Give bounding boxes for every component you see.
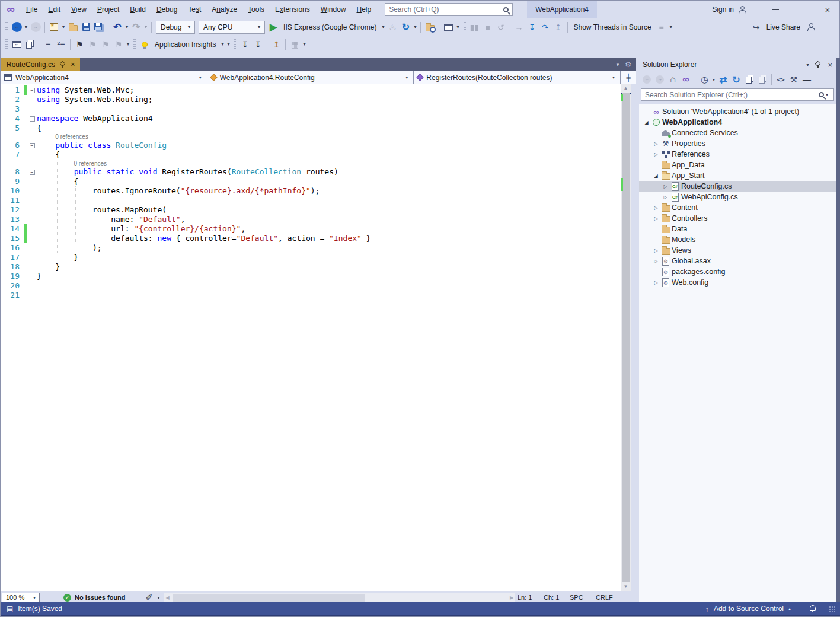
filter-caret[interactable]: ▾ bbox=[711, 77, 717, 82]
start-debugging-icon[interactable]: ▶ bbox=[267, 20, 280, 34]
code-line[interactable]: 11 bbox=[1, 196, 621, 205]
step-out-icon[interactable]: ↥ bbox=[552, 20, 565, 34]
tree-item-solution-webapplication4-1-of-1-project-[interactable]: ∞ Solution 'WebApplication4' (1 of 1 pro… bbox=[639, 106, 836, 117]
notifications-bell-icon[interactable] bbox=[809, 605, 816, 612]
se-search-caret[interactable]: ▾ bbox=[824, 92, 830, 97]
previous-bookmark-icon[interactable]: ⚑ bbox=[86, 37, 99, 52]
browser-link-icon[interactable] bbox=[442, 20, 455, 34]
restart-caret[interactable]: ▾ bbox=[412, 24, 418, 30]
toggle-bookmark-icon[interactable]: ⚑ bbox=[73, 37, 86, 52]
add-to-source-control-icon[interactable]: ↧ bbox=[238, 37, 251, 52]
tree-item-packages-config[interactable]: packages.config bbox=[639, 266, 836, 277]
minimize-button[interactable] bbox=[762, 1, 788, 18]
se-forward-icon[interactable]: → bbox=[653, 72, 666, 87]
add-to-source-control-button[interactable]: Add to Source Control bbox=[714, 605, 784, 613]
toolbar-overflow-caret[interactable]: ▾ bbox=[668, 24, 674, 30]
show-threads-in-source-label[interactable]: Show Threads in Source bbox=[570, 23, 655, 31]
pending-changes-filter-icon[interactable]: ◷ bbox=[698, 72, 711, 87]
menu-project[interactable]: Project bbox=[92, 3, 124, 16]
close-tab-icon[interactable]: × bbox=[71, 60, 75, 69]
solution-platforms-combo[interactable]: Any CPU▾ bbox=[199, 21, 265, 34]
home-icon[interactable]: ⌂ bbox=[666, 72, 679, 87]
new-project-caret[interactable]: ▾ bbox=[60, 24, 66, 30]
pin-tab-icon[interactable] bbox=[59, 61, 66, 68]
live-share-label[interactable]: Live Share bbox=[763, 23, 804, 31]
menu-edit[interactable]: Edit bbox=[43, 3, 66, 16]
split-window-button[interactable]: ╪ bbox=[621, 71, 636, 84]
threads-list-icon[interactable]: ≡ bbox=[655, 20, 668, 34]
properties-icon[interactable]: ⚒ bbox=[787, 72, 800, 87]
tree-item-references[interactable]: ▷ References bbox=[639, 149, 836, 160]
code-line[interactable]: 21 bbox=[1, 291, 621, 300]
tree-item-connected-services[interactable]: Connected Services bbox=[639, 128, 836, 138]
live-share-icon[interactable]: ↪ bbox=[750, 20, 763, 34]
browser-link-caret[interactable]: ▾ bbox=[455, 24, 461, 30]
navigate-backward-icon[interactable]: ← bbox=[10, 20, 23, 34]
code-line[interactable]: 15 defaults: new { controller="Default",… bbox=[1, 234, 621, 243]
navigate-forward-doc-icon[interactable] bbox=[23, 37, 36, 52]
hot-reload-icon[interactable]: ♨ bbox=[386, 20, 399, 34]
code-line[interactable]: 5 { bbox=[1, 123, 621, 133]
menu-test[interactable]: Test bbox=[183, 3, 206, 16]
scroll-right-arrow-icon[interactable]: ▶ bbox=[508, 593, 515, 602]
start-target-label[interactable]: IIS Express (Google Chrome) bbox=[280, 23, 380, 31]
step-over-icon[interactable]: ↷ bbox=[539, 20, 552, 34]
code-line[interactable]: 19 } bbox=[1, 272, 621, 281]
health-indicator[interactable]: ✓ No issues found bbox=[63, 594, 126, 602]
vertical-scrollbar[interactable]: ▲ ▼ bbox=[621, 84, 631, 591]
tree-item-content[interactable]: ▷ Content bbox=[639, 202, 836, 213]
horizontal-scrollbar[interactable]: ◀ ▶ bbox=[164, 593, 515, 602]
menu-extensions[interactable]: Extensions bbox=[270, 3, 315, 16]
indent-decrease-icon[interactable]: ≡ bbox=[41, 37, 55, 52]
pause-icon[interactable]: ▮▮ bbox=[468, 20, 481, 34]
tree-item-data[interactable]: Data bbox=[639, 224, 836, 234]
application-insights-caret[interactable]: ▾ bbox=[219, 42, 225, 47]
table-designer-icon[interactable]: ▦ bbox=[288, 37, 301, 52]
quick-search-input[interactable]: Search (Ctrl+Q) bbox=[385, 3, 513, 16]
outlining-margin[interactable]: − bbox=[27, 167, 37, 177]
bookmarks-overflow-caret[interactable]: ▾ bbox=[125, 42, 131, 47]
scroll-down-arrow-icon[interactable]: ▼ bbox=[621, 583, 631, 591]
send-feedback-icon[interactable] bbox=[804, 20, 817, 34]
view-code-icon[interactable]: <> bbox=[774, 72, 787, 87]
member-dropdown[interactable]: RegisterRoutes(RouteCollection routes) ▾ bbox=[414, 71, 621, 84]
outlining-margin[interactable]: − bbox=[27, 114, 37, 123]
insights-overflow-caret[interactable]: ▾ bbox=[225, 42, 231, 47]
navigate-forward-icon[interactable]: → bbox=[29, 20, 42, 34]
code-line[interactable]: 17 } bbox=[1, 253, 621, 262]
menu-tools[interactable]: Tools bbox=[242, 3, 270, 16]
code-line[interactable]: 14 url: "{controller}/{action}", bbox=[1, 224, 621, 234]
tree-item-properties[interactable]: ▷⚒ Properties bbox=[639, 138, 836, 149]
scroll-up-arrow-icon[interactable]: ▲ bbox=[621, 84, 631, 93]
solution-configurations-combo[interactable]: Debug▾ bbox=[156, 21, 195, 34]
code-line[interactable]: 18 } bbox=[1, 262, 621, 272]
tree-item-webapplication4[interactable]: ◢ WebApplication4 bbox=[639, 117, 836, 128]
undo-caret[interactable]: ▾ bbox=[124, 24, 130, 30]
scroll-left-arrow-icon[interactable]: ◀ bbox=[164, 593, 171, 602]
find-in-files-icon[interactable] bbox=[423, 20, 436, 34]
code-cleanup-caret[interactable]: ▾ bbox=[156, 595, 162, 600]
redo-icon[interactable]: ↷ bbox=[130, 20, 143, 34]
open-file-icon[interactable] bbox=[66, 20, 79, 34]
tree-item-app-start[interactable]: ◢ App_Start bbox=[639, 170, 836, 181]
se-back-icon[interactable]: ← bbox=[640, 72, 653, 87]
tree-item-global-asax[interactable]: ▷ Global.asax bbox=[639, 256, 836, 266]
preview-selected-icon[interactable]: — bbox=[800, 72, 813, 87]
tree-item-routeconfig-cs[interactable]: ▷ RouteConfig.cs bbox=[639, 181, 836, 192]
panel-pin-icon[interactable] bbox=[815, 61, 822, 68]
undo-icon[interactable]: ↶ bbox=[111, 20, 124, 34]
close-button[interactable]: × bbox=[815, 1, 840, 18]
menu-build[interactable]: Build bbox=[124, 3, 151, 16]
show-all-files-icon[interactable] bbox=[756, 72, 769, 87]
stop-icon[interactable]: ■ bbox=[481, 20, 494, 34]
save-icon[interactable] bbox=[79, 20, 92, 34]
tree-item-webapiconfig-cs[interactable]: ▷ WebApiConfig.cs bbox=[639, 192, 836, 202]
code-line[interactable]: 1 − using System.Web.Mvc; bbox=[1, 85, 621, 95]
new-project-icon[interactable] bbox=[47, 20, 60, 34]
toolbar-grip[interactable] bbox=[464, 22, 466, 32]
refresh-icon[interactable]: ↻ bbox=[730, 72, 743, 87]
clear-bookmarks-icon[interactable]: ⚑ bbox=[112, 37, 125, 52]
toolbar-grip[interactable] bbox=[5, 22, 8, 32]
publish-icon[interactable]: ↥ bbox=[270, 37, 283, 52]
code-line[interactable]: 20 bbox=[1, 281, 621, 291]
